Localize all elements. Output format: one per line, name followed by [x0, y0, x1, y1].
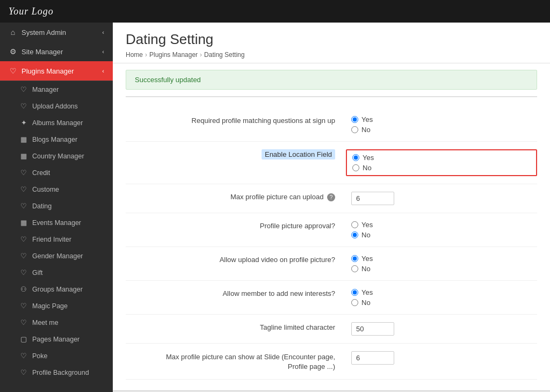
sidebar-item-pages-manager[interactable]: ▢ Pages Manager — [0, 331, 113, 347]
sidebar-sub-label: Manager — [32, 86, 59, 93]
sidebar-sub-label: Blogs Manager — [32, 136, 77, 143]
sidebar-item-meet-me[interactable]: ♡ Meet me — [0, 314, 113, 331]
setting-label-max-slide: Max profile picture can show at Slide (E… — [126, 351, 351, 372]
radio-profile-matching-yes[interactable]: Yes — [351, 115, 537, 124]
breadcrumb: Home › Plugins Manager › Dating Setting — [126, 51, 537, 59]
radio-enable-location-no[interactable]: No — [352, 164, 531, 172]
setting-control-allow-interests: Yes No — [351, 288, 537, 307]
radio-allow-video-yes[interactable]: Yes — [351, 255, 537, 263]
setting-row-max-slide: Max profile picture can show at Slide (E… — [126, 344, 537, 380]
sidebar-item-poke[interactable]: ♡ Poke — [0, 347, 113, 364]
setting-label-allow-video: Allow upload video on profile picture? — [126, 255, 351, 264]
setting-control-profile-matching: Yes No — [351, 115, 537, 134]
groups-icon: ⚇ — [19, 285, 28, 293]
help-icon[interactable]: ? — [327, 193, 335, 201]
sidebar-item-albums-manager[interactable]: ✦ Albums Manager — [0, 114, 113, 131]
setting-row-pic-approval: Profile picture approval? Yes No — [126, 213, 537, 247]
radio-allow-interests-no[interactable]: No — [351, 299, 537, 307]
custome-icon: ♡ — [19, 185, 28, 193]
gift-icon: ♡ — [19, 268, 28, 277]
plugin-icon: ♡ — [9, 67, 17, 75]
radio-allow-video-no[interactable]: No — [351, 265, 537, 273]
sidebar-item-magic-page[interactable]: ♡ Magic Page — [0, 297, 113, 314]
sidebar-sub-label: Events Manager — [32, 219, 81, 227]
setting-label-allow-interests: Allow member to add new interests? — [126, 288, 351, 297]
success-banner: Successfully updated — [126, 70, 537, 90]
setting-label-pic-approval: Profile picture approval? — [126, 221, 351, 230]
radio-enable-location-yes[interactable]: Yes — [352, 154, 531, 162]
sidebar-sub-label: Magic Page — [32, 302, 68, 310]
sidebar-item-groups-manager[interactable]: ⚇ Groups Manager — [0, 281, 113, 297]
radio-profile-matching-no[interactable]: No — [351, 126, 537, 134]
sidebar-sub-label: Meet me — [32, 319, 59, 326]
setting-control-max-picture — [351, 192, 537, 205]
sidebar-item-system-admin[interactable]: ⌂ System Admin ‹ — [0, 23, 113, 42]
sidebar-item-dating[interactable]: ♡ Dating — [0, 198, 113, 214]
sidebar-sub-label: Dating — [32, 202, 52, 210]
max-slide-input[interactable] — [351, 351, 394, 365]
setting-row-max-picture: Max profile picture can upload ? — [126, 184, 537, 213]
sidebar-item-custome[interactable]: ♡ Custome — [0, 181, 113, 198]
magic-icon: ♡ — [19, 302, 28, 310]
setting-control-enable-location: Yes No — [346, 149, 537, 176]
setting-row-enable-location: Enable Location Field Yes No — [126, 142, 537, 184]
blogs-icon: ▦ — [19, 135, 28, 143]
sidebar-item-events-manager[interactable]: ▦ Events Manager — [0, 214, 113, 231]
arrow-icon: ‹ — [102, 48, 104, 55]
setting-row-profile-matching: Required profile matching questions at s… — [126, 108, 537, 142]
profile-bg-icon: ♡ — [19, 368, 28, 376]
sidebar-sub-section: ♡ Manager ♡ Upload Addons ✦ Albums Manag… — [0, 81, 113, 381]
sidebar-item-gift[interactable]: ♡ Gift — [0, 264, 113, 281]
sidebar-item-upload-addons[interactable]: ♡ Upload Addons — [0, 98, 113, 114]
sidebar-item-gender-manager[interactable]: ♡ Gender Manager — [0, 248, 113, 264]
setting-label-max-picture: Max profile picture can upload ? — [126, 192, 351, 201]
max-picture-input[interactable] — [351, 192, 394, 205]
arrow-icon: ‹ — [102, 29, 104, 35]
sidebar-sub-label: Pages Manager — [32, 336, 79, 343]
setting-label-profile-matching: Required profile matching questions at s… — [126, 115, 351, 125]
sidebar-item-blogs-manager[interactable]: ▦ Blogs Manager — [0, 131, 113, 148]
setting-row-allow-video: Allow upload video on profile picture? Y… — [126, 247, 537, 281]
setting-control-max-slide — [351, 351, 537, 365]
gear-icon: ⚙ — [9, 47, 17, 56]
page-header: Dating Setting Home › Plugins Manager › … — [113, 23, 550, 63]
sidebar-item-label: Plugins Manager — [21, 67, 74, 75]
poke-icon: ♡ — [19, 352, 28, 360]
events-icon: ▦ — [19, 219, 28, 227]
sidebar-item-site-manager[interactable]: ⚙ Site Manager ‹ — [0, 42, 113, 61]
upload-icon: ♡ — [19, 102, 28, 110]
gender-icon: ♡ — [19, 252, 28, 260]
sidebar-sub-label: Upload Addons — [32, 103, 78, 110]
sidebar-sub-label: Country Manager — [32, 153, 84, 160]
sidebar-item-credit[interactable]: ♡ Credit — [0, 164, 113, 181]
sidebar-item-plugins-manager[interactable]: ♡ Plugins Manager ‹ — [0, 61, 113, 81]
breadcrumb-home[interactable]: Home — [126, 51, 143, 59]
radio-pic-approval-no[interactable]: No — [351, 231, 537, 239]
friend-icon: ♡ — [19, 235, 28, 243]
sidebar: ⌂ System Admin ‹ ⚙ Site Manager ‹ ♡ Plug… — [0, 23, 113, 392]
sidebar-item-label: Site Manager — [21, 48, 63, 56]
logo: Your Logo — [9, 6, 54, 17]
setting-row-allow-interests: Allow member to add new interests? Yes N… — [126, 281, 537, 315]
sidebar-sub-label: Profile Background — [32, 369, 89, 376]
tagline-input[interactable] — [351, 322, 394, 336]
sidebar-item-label: System Admin — [21, 28, 66, 37]
page-title: Dating Setting — [126, 31, 537, 48]
sidebar-main-section: ⌂ System Admin ‹ ⚙ Site Manager ‹ ♡ Plug… — [0, 23, 113, 81]
radio-allow-interests-yes[interactable]: Yes — [351, 288, 537, 296]
sidebar-item-profile-background[interactable]: ♡ Profile Background — [0, 364, 113, 381]
sidebar-sub-label: Credit — [32, 169, 50, 177]
settings-content: Required profile matching questions at s… — [113, 97, 550, 390]
credit-icon: ♡ — [19, 169, 28, 177]
main-layout: ⌂ System Admin ‹ ⚙ Site Manager ‹ ♡ Plug… — [0, 23, 550, 392]
meetme-icon: ♡ — [19, 318, 28, 326]
content-area: Dating Setting Home › Plugins Manager › … — [113, 23, 550, 392]
albums-icon: ✦ — [19, 119, 28, 127]
sidebar-item-friend-inviter[interactable]: ♡ Friend Inviter — [0, 231, 113, 248]
radio-pic-approval-yes[interactable]: Yes — [351, 221, 537, 229]
breadcrumb-plugins[interactable]: Plugins Manager — [149, 51, 198, 59]
sidebar-sub-label: Custome — [32, 186, 59, 193]
arrow-left-icon: ‹ — [102, 68, 104, 74]
sidebar-item-manager[interactable]: ♡ Manager — [0, 81, 113, 98]
sidebar-item-country-manager[interactable]: ▦ Country Manager — [0, 148, 113, 164]
